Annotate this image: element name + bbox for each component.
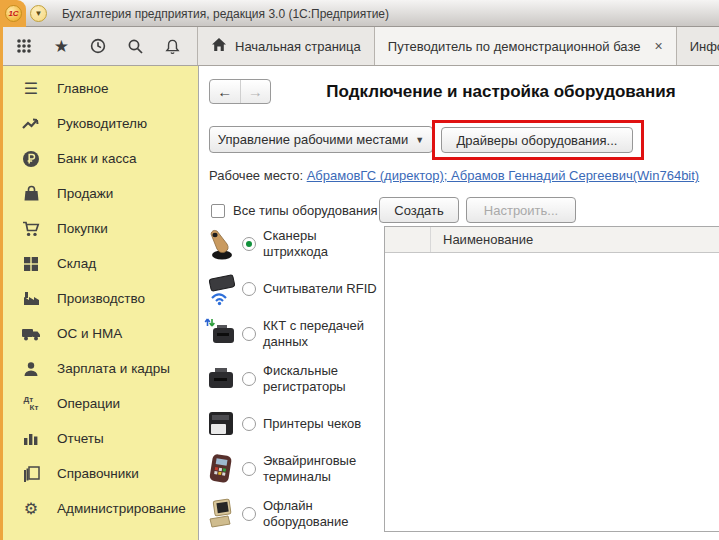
sidebar-item-label: Продажи <box>57 186 113 201</box>
toolbar: ★ <box>0 27 719 66</box>
window-title: Бухгалтерия предприятия, редакция 3.0 (1… <box>62 7 389 21</box>
tab-demo-guide[interactable]: Путеводитель по демонстрационной базе × <box>375 27 677 65</box>
rfid-reader-icon <box>202 272 240 306</box>
apps-menu-icon[interactable] <box>11 33 37 59</box>
notifications-bell-icon[interactable] <box>160 33 186 59</box>
button-label: Создать <box>394 203 443 218</box>
trend-chart-icon <box>20 113 42 135</box>
sidebar-item-manager[interactable]: Руководителю <box>3 106 198 141</box>
equipment-type-kkt[interactable]: ККТ с передачей данных <box>202 311 382 356</box>
sidebar-item-production[interactable]: Производство <box>3 281 198 316</box>
equipment-type-label: ККТ с передачей данных <box>263 318 379 350</box>
radio-button[interactable] <box>242 462 256 476</box>
bar-chart-icon <box>20 428 42 450</box>
radio-button[interactable] <box>242 417 256 431</box>
back-button[interactable]: ← <box>210 80 240 103</box>
tab-home[interactable]: Начальная страница <box>198 27 375 65</box>
all-types-checkbox[interactable] <box>211 204 225 218</box>
equipment-type-label: Офлайн оборудование <box>263 498 379 530</box>
sidebar-item-salary-hr[interactable]: Зарплата и кадры <box>3 351 198 386</box>
equipment-type-list: Сканеры штрихкода Считыватели RFID <box>202 221 382 536</box>
forward-button[interactable]: → <box>240 80 271 103</box>
history-icon[interactable] <box>85 33 111 59</box>
button-label: Настроить... <box>484 203 558 218</box>
all-equipment-types-row: Все типы оборудования <box>211 203 378 218</box>
equipment-type-offline-equipment[interactable]: Офлайн оборудование <box>202 491 382 536</box>
button-label: Управление рабочими местами <box>218 132 408 147</box>
all-types-label: Все типы оборудования <box>233 203 378 218</box>
close-icon[interactable]: × <box>654 38 662 54</box>
history-nav-group: ← → <box>209 79 271 104</box>
sidebar-item-main[interactable]: ☰ Главное <box>3 71 198 106</box>
radio-button[interactable] <box>242 282 256 296</box>
tab-label: Начальная страница <box>235 39 361 54</box>
sidebar-item-purchases[interactable]: Покупки <box>3 211 198 246</box>
sidebar-item-label: Покупки <box>57 221 108 236</box>
create-button[interactable]: Создать <box>379 197 459 223</box>
search-icon[interactable] <box>123 33 149 59</box>
chevron-down-icon: ▼ <box>35 9 43 18</box>
truck-icon <box>20 323 42 345</box>
highlight-rectangle <box>432 120 644 160</box>
favorites-star-icon[interactable]: ★ <box>48 33 74 59</box>
radio-button[interactable] <box>242 507 256 521</box>
sidebar-item-sales[interactable]: Продажи <box>3 176 198 211</box>
menu-lines-icon: ☰ <box>20 78 42 100</box>
table-header-marker-column <box>385 227 431 252</box>
books-icon <box>20 463 42 485</box>
table-body[interactable] <box>385 253 719 532</box>
tab-bar: Начальная страница Путеводитель по демон… <box>198 27 719 65</box>
equipment-type-fiscal-registrars[interactable]: Фискальные регистраторы <box>202 356 382 401</box>
equipment-type-label: Фискальные регистраторы <box>263 363 379 395</box>
sidebar-item-directories[interactable]: Справочники <box>3 456 198 491</box>
sidebar-item-administration[interactable]: ⚙ Администрирование <box>3 491 198 526</box>
tab-label: Путеводитель по демонстрационной базе <box>388 39 641 54</box>
sidebar-item-label: Банк и касса <box>57 151 137 166</box>
radio-button[interactable] <box>242 372 256 386</box>
equipment-type-acquiring-terminals[interactable]: Эквайринговые терминалы <box>202 446 382 491</box>
workplace-link[interactable]: АбрамовГС (директор); Абрамов Геннадий С… <box>307 168 700 183</box>
sidebar-item-label: Операции <box>57 396 120 411</box>
sidebar-item-operations[interactable]: ДтКт Операции <box>3 386 198 421</box>
sidebar-item-label: Справочники <box>57 466 139 481</box>
sidebar-item-label: ОС и НМА <box>57 326 122 341</box>
sidebar-item-reports[interactable]: Отчеты <box>3 421 198 456</box>
application-window: 1С ▼ Бухгалтерия предприятия, редакция 3… <box>0 0 719 540</box>
radio-button[interactable] <box>242 327 256 341</box>
offline-equipment-icon <box>202 497 240 531</box>
table-header-row: Наименование <box>385 227 719 253</box>
manage-workplaces-button[interactable]: Управление рабочими местами ▼ <box>209 126 433 153</box>
tab-information[interactable]: Информац <box>677 27 719 65</box>
title-bar: 1С ▼ Бухгалтерия предприятия, редакция 3… <box>0 0 719 27</box>
dt-kt-icon: ДтКт <box>20 393 42 415</box>
warehouse-grid-icon <box>20 253 42 275</box>
main-menu-button[interactable]: ▼ <box>30 5 47 22</box>
table-header-name-column[interactable]: Наименование <box>431 232 533 247</box>
configure-button[interactable]: Настроить... <box>466 197 576 223</box>
tab-label: Информац <box>690 39 719 54</box>
sidebar-item-bank-cash[interactable]: Банк и касса <box>3 141 198 176</box>
equipment-type-barcode-scanners[interactable]: Сканеры штрихкода <box>202 221 382 266</box>
receipt-printer-icon <box>202 407 240 441</box>
sidebar-item-fixed-assets[interactable]: ОС и НМА <box>3 316 198 351</box>
barcode-scanner-icon <box>202 227 240 261</box>
kkt-data-transfer-icon <box>202 317 240 351</box>
sidebar-item-label: Главное <box>57 81 109 96</box>
equipment-type-rfid-readers[interactable]: Считыватели RFID <box>202 266 382 311</box>
equipment-type-label: Сканеры штрихкода <box>263 228 379 260</box>
shopping-cart-icon <box>20 218 42 240</box>
sidebar-item-warehouse[interactable]: Склад <box>3 246 198 281</box>
radio-button[interactable] <box>242 237 256 251</box>
sidebar-item-label: Склад <box>57 256 96 271</box>
equipment-type-receipt-printers[interactable]: Принтеры чеков <box>202 401 382 446</box>
workplace-label: Рабочее место: <box>209 168 303 183</box>
acquiring-terminal-icon <box>202 452 240 486</box>
equipment-table: Наименование <box>384 226 719 532</box>
page-title: Подключение и настройка оборудования <box>284 82 718 102</box>
toolbar-icon-group: ★ <box>0 27 198 65</box>
gear-icon: ⚙ <box>20 498 42 520</box>
equipment-type-label: Считыватели RFID <box>263 281 379 297</box>
chevron-down-icon: ▼ <box>415 135 424 145</box>
fiscal-registrar-icon <box>202 362 240 396</box>
shopping-bag-icon <box>20 183 42 205</box>
